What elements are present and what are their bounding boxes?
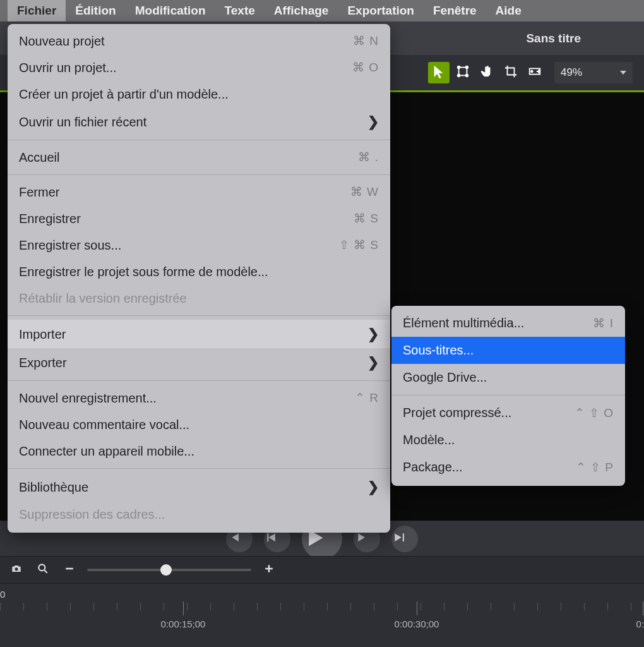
menu-separator bbox=[391, 395, 625, 396]
slider-thumb[interactable] bbox=[160, 564, 172, 576]
zoom-out-button[interactable] bbox=[61, 561, 78, 579]
selection-tool[interactable] bbox=[428, 62, 450, 83]
submenu-item-projet-compress[interactable]: Projet compressé...⌃ ⇧ O bbox=[391, 399, 625, 426]
menu-separator bbox=[8, 380, 390, 381]
menu-item-shortcut: ⇧ ⌘ S bbox=[339, 236, 379, 255]
ruler-tick-minor bbox=[374, 603, 374, 610]
menu-separator bbox=[8, 140, 390, 140]
menu-item-suppression-des-cadres: Suppression des cadres... bbox=[8, 501, 390, 528]
ruler-tick-minor bbox=[561, 603, 561, 610]
submenu-item-shortcut: ⌘ I bbox=[593, 314, 614, 332]
menubar: Fichier Édition Modification Texte Affic… bbox=[0, 0, 644, 21]
menu-item-ouvrir-un-fichier-r-cent[interactable]: Ouvrir un fichier récent❯ bbox=[8, 107, 390, 136]
submenu-item-shortcut: ⌃ ⇧ P bbox=[576, 458, 614, 476]
camera-button[interactable] bbox=[8, 561, 25, 579]
submenu-item-label: Élément multimédia... bbox=[403, 313, 524, 333]
menu-item-connecter-un-appareil-mobile[interactable]: Connecter un appareil mobile... bbox=[8, 438, 390, 464]
ruler-tick-minor bbox=[327, 603, 328, 610]
ruler-tick-minor bbox=[514, 603, 515, 610]
cursor-icon bbox=[432, 64, 446, 81]
menu-item-shortcut: ⌃ R bbox=[355, 389, 379, 408]
menu-fenetre[interactable]: Fenêtre bbox=[424, 0, 486, 21]
ruler-tick-minor bbox=[70, 603, 71, 610]
ruler-tick-minor bbox=[467, 603, 468, 610]
next-clip-button[interactable] bbox=[391, 526, 418, 552]
menu-item-exporter[interactable]: Exporter❯ bbox=[8, 348, 390, 377]
menu-item-label: Bibliothèque bbox=[19, 478, 88, 497]
menu-item-label: Nouvel enregistrement... bbox=[19, 389, 157, 408]
menu-exportation[interactable]: Exportation bbox=[338, 0, 424, 21]
menu-item-enregistrer-le-projet-sous-forme-de-mod-le[interactable]: Enregistrer le projet sous forme de modè… bbox=[8, 258, 390, 285]
menu-item-ouvrir-un-projet[interactable]: Ouvrir un projet...⌘ O bbox=[8, 54, 390, 81]
ruler-tick-minor bbox=[444, 603, 444, 610]
ruler-tick-minor bbox=[23, 603, 24, 610]
timeline-ruler[interactable]: 0 0:00:15;000:00:30;000:0 bbox=[0, 584, 644, 647]
submenu-item-label: Projet compressé... bbox=[403, 403, 511, 423]
camera-icon bbox=[10, 562, 23, 577]
menu-texte[interactable]: Texte bbox=[215, 0, 265, 21]
ruler-tick-minor bbox=[280, 603, 281, 610]
menu-item-nouveau-projet[interactable]: Nouveau projet⌘ N bbox=[8, 28, 390, 54]
menu-item-label: Fermer bbox=[19, 183, 59, 202]
menu-item-nouveau-commentaire-vocal[interactable]: Nouveau commentaire vocal... bbox=[8, 411, 390, 438]
ruler-tick-minor bbox=[47, 603, 47, 610]
svg-point-9 bbox=[39, 564, 45, 571]
dropdown-triangle-icon bbox=[620, 71, 626, 75]
minus-icon bbox=[63, 562, 76, 577]
chevron-right-icon: ❯ bbox=[367, 111, 379, 132]
svg-point-4 bbox=[466, 75, 468, 77]
file-menu-dropdown: Nouveau projet⌘ NOuvrir un projet...⌘ OC… bbox=[8, 24, 390, 533]
motion-tool[interactable] bbox=[524, 62, 546, 83]
menu-item-r-tablir-la-version-enregistr-e: Rétablir la version enregistrée bbox=[8, 285, 390, 311]
timeline-zoom-slider[interactable] bbox=[87, 569, 251, 571]
submenu-item-l-ment-multim-dia[interactable]: Élément multimédia...⌘ I bbox=[391, 310, 625, 337]
timeline-toolbar bbox=[0, 556, 644, 584]
zoom-search-button[interactable] bbox=[34, 561, 52, 579]
menu-item-label: Enregistrer sous... bbox=[19, 236, 121, 255]
submenu-item-mod-le[interactable]: Modèle... bbox=[391, 426, 625, 454]
menu-item-nouvel-enregistrement[interactable]: Nouvel enregistrement...⌃ R bbox=[8, 385, 390, 411]
submenu-item-sous-titres[interactable]: Sous-titres... bbox=[391, 337, 625, 364]
menu-edition[interactable]: Édition bbox=[66, 0, 125, 21]
menu-item-label: Enregistrer le projet sous forme de modè… bbox=[19, 262, 268, 281]
ruler-tick-minor bbox=[0, 603, 1, 610]
zoom-in-button[interactable] bbox=[260, 561, 278, 579]
svg-point-8 bbox=[15, 567, 18, 571]
menu-item-shortcut: ⌘ . bbox=[358, 148, 379, 167]
menu-item-fermer[interactable]: Fermer⌘ W bbox=[8, 179, 390, 205]
submenu-item-shortcut: ⌃ ⇧ O bbox=[575, 404, 614, 422]
ruler-tick-major bbox=[417, 602, 417, 615]
skip-forward-icon bbox=[391, 529, 418, 548]
menu-modification[interactable]: Modification bbox=[126, 0, 215, 21]
menu-separator bbox=[8, 174, 390, 175]
svg-point-3 bbox=[458, 75, 460, 77]
ruler-tick-minor bbox=[397, 603, 398, 610]
svg-point-2 bbox=[466, 66, 468, 69]
ruler-tick-label: 0:00:30;00 bbox=[395, 619, 439, 629]
menu-separator bbox=[8, 468, 390, 469]
menu-item-shortcut: ⌘ O bbox=[352, 59, 379, 77]
ruler-tick-minor bbox=[420, 603, 421, 610]
submenu-item-google-drive[interactable]: Google Drive... bbox=[391, 364, 625, 391]
ruler-tick-major bbox=[643, 602, 643, 615]
ruler-tick-label: 0:0 bbox=[636, 619, 644, 629]
hand-icon bbox=[480, 64, 494, 81]
ruler-tick-minor bbox=[93, 603, 94, 610]
bounding-box-tool[interactable] bbox=[452, 62, 474, 83]
menu-item-enregistrer-sous[interactable]: Enregistrer sous...⇧ ⌘ S bbox=[8, 232, 390, 258]
menu-aide[interactable]: Aide bbox=[486, 0, 531, 21]
menu-fichier[interactable]: Fichier bbox=[8, 0, 66, 21]
menu-item-enregistrer[interactable]: Enregistrer⌘ S bbox=[8, 205, 390, 232]
menu-affichage[interactable]: Affichage bbox=[265, 0, 338, 21]
menu-item-label: Suppression des cadres... bbox=[19, 505, 165, 524]
zoom-select[interactable]: 49% bbox=[554, 62, 633, 83]
menu-item-biblioth-que[interactable]: Bibliothèque❯ bbox=[8, 473, 390, 501]
hand-tool[interactable] bbox=[476, 62, 498, 83]
svg-rect-7 bbox=[267, 534, 268, 542]
ruler-tick-minor bbox=[584, 603, 585, 610]
menu-item-importer[interactable]: Importer❯ bbox=[8, 320, 390, 348]
crop-tool[interactable] bbox=[500, 62, 522, 83]
menu-item-cr-er-un-projet-partir-d-un-mod-le[interactable]: Créer un projet à partir d'un modèle... bbox=[8, 81, 390, 107]
submenu-item-package[interactable]: Package...⌃ ⇧ P bbox=[391, 454, 625, 481]
menu-item-accueil[interactable]: Accueil⌘ . bbox=[8, 144, 390, 171]
